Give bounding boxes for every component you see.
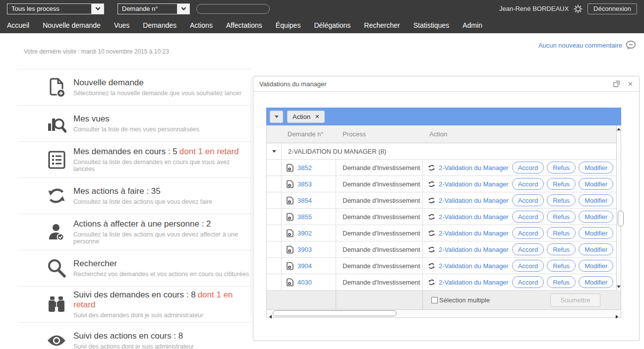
column-header-demande[interactable]: Demande n° [282,130,336,138]
horizontal-scrollbar-thumb[interactable] [273,310,397,316]
menu-item-mes-vues[interactable]: Mes vues Consulter la liste de mes vues … [17,105,251,141]
action-link[interactable]: 2-Validation du Manager [439,180,509,188]
scroll-left-arrow[interactable] [269,312,272,321]
scroll-right-arrow[interactable] [616,312,618,321]
menu-item-suivi-demandes[interactable]: Suivi des demandes en cours : 8dont 1 en… [17,286,251,322]
remove-filter-icon[interactable]: ✕ [315,114,319,119]
refus-button[interactable]: Refus [547,211,576,223]
submit-button[interactable]: Soumettre [550,293,600,307]
request-doc-icon [287,196,294,205]
scroll-up-arrow[interactable] [617,128,621,130]
filter-chip-action[interactable]: Action ✕ [287,111,325,123]
column-header-process[interactable]: Process [336,130,423,138]
nav-item-nouvelle-demande[interactable]: Nouvelle demande [43,21,101,29]
action-link[interactable]: 2-Validation du Manager [439,262,509,270]
request-doc-icon [287,262,294,270]
accord-button[interactable]: Accord [512,243,544,255]
modifier-button[interactable]: Modifier [579,276,613,288]
vertical-scrollbar-thumb[interactable] [618,211,624,227]
action-link[interactable]: 2-Validation du Manager [439,230,509,237]
accord-button[interactable]: Accord [512,178,544,190]
accord-button[interactable]: Accord [512,211,544,223]
accord-button[interactable]: Accord [512,260,544,272]
menu-item-nouvelle-demande[interactable]: Nouvelle demande Sélectionnez la nouvell… [17,69,251,105]
speech-bubble-icon [626,41,636,50]
process-filter-select[interactable]: Tous les process [7,3,104,14]
action-link[interactable]: 2-Validation du Manager [439,164,509,172]
search-input[interactable] [196,4,270,14]
nav-item-statistiques[interactable]: Statistiques [413,21,449,29]
request-id-link[interactable]: 3854 [297,197,312,204]
refus-button[interactable]: Refus [547,178,576,190]
menu-item-suivi-actions[interactable]: Suivi des actions en cours : 8 Suivi des… [17,322,251,349]
horizontal-scrollbar[interactable] [266,309,621,318]
refus-button[interactable]: Refus [547,276,576,288]
request-id-link[interactable]: 3853 [297,180,312,188]
request-id-link[interactable]: 3852 [297,164,312,172]
accord-button[interactable]: Accord [512,194,544,206]
group-label: 2-VALIDATION DU MANAGER (8) [282,148,386,155]
refus-button[interactable]: Refus [547,194,576,206]
filter-dropdown-button[interactable] [270,111,283,123]
modifier-button[interactable]: Modifier [579,243,613,255]
action-link[interactable]: 2-Validation du Manager [439,213,509,221]
action-link[interactable]: 2-Validation du Manager [439,197,509,204]
action-link[interactable]: 2-Validation du Manager [439,246,509,253]
search-type-select[interactable]: Demande n° [117,3,190,14]
panel-title-bar: Validations du manager ✕ [253,76,639,92]
collapse-group-button[interactable] [267,143,282,159]
nav-item-equipes[interactable]: Équipes [276,21,301,29]
nav-item-rechercher[interactable]: Rechercher [364,21,400,29]
request-id-link[interactable]: 4030 [297,279,312,286]
application-window: Tous les process Demande n° Jean-René BO… [0,0,644,349]
scroll-down-arrow[interactable] [617,286,621,288]
menu-item-mes-actions[interactable]: Mes actions à faire : 35 Consultez la li… [17,177,251,214]
nav-item-delegations[interactable]: Délégations [314,21,351,29]
group-row: 2-VALIDATION DU MANAGER (8) [267,143,616,160]
column-header-action[interactable]: Action [423,130,616,138]
menu-divider-line [251,77,251,317]
action-refresh-icon [428,213,435,221]
popout-icon[interactable] [613,80,620,87]
nav-item-actions[interactable]: Actions [190,21,213,29]
nav-item-vues[interactable]: Vues [114,21,129,29]
request-id-link[interactable]: 3855 [297,213,312,221]
refus-button[interactable]: Refus [547,260,576,272]
caret-down-icon [272,150,276,153]
menu-item-subtitle: Sélectionnez la nouvelle demande que vou… [73,90,241,97]
action-link[interactable]: 2-Validation du Manager [439,279,509,286]
nav-item-accueil[interactable]: Accueil [7,21,29,29]
action-refresh-icon [428,246,435,253]
close-icon[interactable]: ✕ [628,81,633,87]
request-id-link[interactable]: 3903 [297,246,312,253]
person-check-icon [46,222,67,242]
menu-item-rechercher[interactable]: Rechercher Recherchez vos demandes et vo… [17,250,251,286]
modifier-button[interactable]: Modifier [579,194,613,206]
nav-item-demandes[interactable]: Demandes [143,21,176,29]
modifier-button[interactable]: Modifier [579,211,613,223]
accord-button[interactable]: Accord [512,227,544,239]
vertical-scrollbar[interactable] [616,125,621,291]
refus-button[interactable]: Refus [547,243,576,255]
refus-button[interactable]: Refus [547,227,576,239]
modifier-button[interactable]: Modifier [579,162,613,174]
accord-button[interactable]: Accord [512,276,544,288]
menu-item-subtitle: Suivi des actions dont je suis administr… [73,343,194,349]
table-row: 3903 Demande d'Investissement 2-Validati… [267,241,616,258]
modifier-button[interactable]: Modifier [579,178,613,190]
menu-item-mes-demandes[interactable]: Mes demandes en cours : 5dont 1 en retar… [17,141,251,177]
accord-button[interactable]: Accord [512,162,544,174]
logout-button[interactable]: Déconnexion [587,3,637,14]
modifier-button[interactable]: Modifier [579,227,613,239]
refus-button[interactable]: Refus [547,162,576,174]
request-id-link[interactable]: 3902 [297,230,312,237]
comments-link[interactable]: Aucun nouveau commentaire [538,41,636,50]
menu-item-actions-a-affecter[interactable]: Actions à affecter à une personne : 2 Co… [17,214,251,250]
gear-icon[interactable] [574,4,583,13]
request-id-link[interactable]: 3904 [297,262,312,270]
multi-select-label: Sélection multiple [439,296,490,304]
multi-select-checkbox[interactable] [431,297,438,303]
nav-item-affectations[interactable]: Affectations [226,21,262,29]
modifier-button[interactable]: Modifier [579,260,613,272]
nav-item-admin[interactable]: Admin [463,21,482,29]
